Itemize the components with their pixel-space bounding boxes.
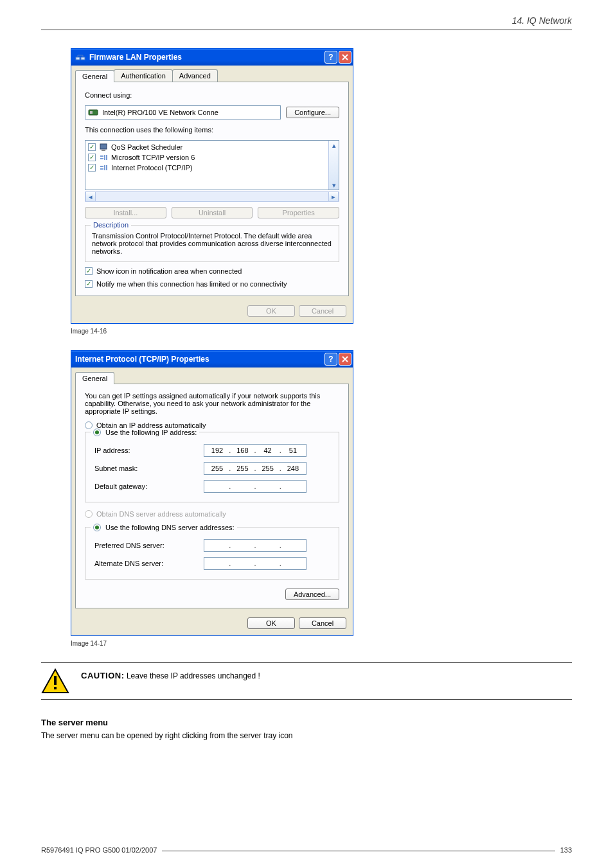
tab-general[interactable]: General: [75, 70, 114, 82]
radio-icon[interactable]: [93, 524, 101, 531]
preferred-dns-label: Preferred DNS server:: [94, 542, 204, 549]
obtain-dns-radio-row: Obtain DNS server address automatically: [85, 510, 339, 518]
ok-button: OK: [247, 305, 295, 317]
show-icon-label: Show icon in notification area when conn…: [96, 267, 242, 275]
adapter-name: Intel(R) PRO/100 VE Network Conne: [102, 109, 218, 116]
svg-rect-8: [54, 687, 57, 689]
scroll-down-icon[interactable]: ▾: [329, 181, 339, 190]
tab-advanced[interactable]: Advanced: [172, 69, 218, 82]
cancel-button[interactable]: Cancel: [299, 617, 346, 629]
ip-octet[interactable]: 255: [208, 465, 226, 472]
tcp-titlebar: Internet Protocol (TCP/IP) Properties ?: [71, 351, 353, 368]
use-dns-groupbox: Use the following DNS server addresses: …: [85, 527, 339, 580]
tcp-tabs: General: [71, 368, 353, 384]
connect-using-label: Connect using:: [85, 91, 339, 99]
use-ip-label: Use the following IP address:: [105, 429, 197, 436]
server-menu-heading: The server menu: [41, 718, 572, 727]
close-button[interactable]: [339, 51, 351, 64]
subnet-mask-input[interactable]: 255. 255. 255. 248: [204, 462, 306, 475]
caution-box: CAUTION: Leave these IP addresses unchan…: [41, 662, 572, 700]
scroll-right-icon[interactable]: ▸: [328, 192, 339, 201]
tab-general[interactable]: General: [75, 372, 114, 384]
lan-title-text: Firmware LAN Properties: [89, 53, 323, 62]
header-rule: [41, 30, 572, 30]
tcp-intro-text: You can get IP settings assigned automat…: [85, 392, 339, 415]
ip-octet[interactable]: 248: [284, 465, 302, 472]
lan-tabs: General Authentication Advanced: [71, 66, 353, 82]
description-legend: Description: [91, 221, 131, 229]
list-item[interactable]: ✓ Microsoft TCP/IP version 6: [87, 152, 337, 163]
checkbox-icon[interactable]: ✓: [88, 154, 96, 161]
tab-authentication[interactable]: Authentication: [114, 69, 173, 82]
ip-octet[interactable]: 42: [259, 447, 277, 454]
help-button[interactable]: ?: [324, 353, 337, 366]
lan-properties-dialog: Firmware LAN Properties ? General Authen…: [71, 48, 353, 324]
help-button[interactable]: ?: [324, 51, 337, 64]
tcp-title-text: Internet Protocol (TCP/IP) Properties: [75, 355, 323, 364]
checkbox-icon[interactable]: ✓: [88, 143, 96, 151]
vertical-scrollbar[interactable]: ▴ ▾: [328, 141, 339, 190]
svg-rect-7: [54, 676, 57, 685]
svg-rect-5: [102, 150, 105, 151]
scroll-left-icon[interactable]: ◂: [85, 192, 96, 201]
list-item-label: Internet Protocol (TCP/IP): [111, 164, 193, 172]
page-header: 14. IQ Network: [0, 0, 613, 30]
alternate-dns-input[interactable]: . . .: [204, 557, 306, 570]
obtain-dns-label: Obtain DNS server address automatically: [96, 510, 226, 518]
ip-octet[interactable]: 192: [208, 447, 226, 454]
advanced-button[interactable]: Advanced...: [285, 589, 339, 600]
ip-octet[interactable]: 255: [233, 465, 251, 472]
description-groupbox: Description Transmission Control Protoco…: [85, 225, 339, 262]
image-caption-lan: Image 14-16: [71, 328, 613, 335]
list-item[interactable]: ✓ Internet Protocol (TCP/IP): [87, 163, 337, 173]
default-gateway-label: Default gateway:: [94, 483, 204, 490]
ok-button[interactable]: OK: [247, 617, 295, 629]
notify-checkbox-row[interactable]: ✓ Notify me when this connection has lim…: [85, 280, 339, 288]
checkbox-icon[interactable]: ✓: [85, 267, 93, 275]
configure-button[interactable]: Configure...: [286, 107, 339, 118]
radio-icon: [85, 510, 93, 518]
properties-button: Properties: [258, 207, 339, 218]
install-button: Install...: [85, 207, 166, 218]
footer-rule: [162, 851, 555, 851]
uninstall-button: Uninstall: [172, 207, 253, 218]
connection-items-list[interactable]: ✓ QoS Packet Scheduler ✓ Microsoft TCP/I…: [85, 140, 339, 190]
close-button[interactable]: [339, 353, 351, 366]
use-ip-groupbox: Use the following IP address: IP address…: [85, 432, 339, 502]
scroll-up-icon[interactable]: ▴: [329, 141, 339, 150]
list-item-label: Microsoft TCP/IP version 6: [111, 154, 195, 161]
lan-titlebar: Firmware LAN Properties ?: [71, 49, 353, 66]
list-item[interactable]: ✓ QoS Packet Scheduler: [87, 142, 337, 152]
ip-octet[interactable]: 255: [259, 465, 277, 472]
checkbox-icon[interactable]: ✓: [88, 164, 96, 172]
subnet-mask-label: Subnet mask:: [94, 465, 204, 472]
preferred-dns-input[interactable]: . . .: [204, 539, 306, 552]
description-text: Transmission Control Protocol/Internet P…: [92, 232, 332, 255]
show-icon-checkbox-row[interactable]: ✓ Show icon in notification area when co…: [85, 267, 339, 275]
protocol-icon: [99, 163, 108, 172]
default-gateway-input[interactable]: . . .: [204, 480, 306, 493]
svg-rect-4: [100, 144, 107, 149]
footer-doc-id: R5976491 IQ PRO G500 01/02/2007: [41, 846, 157, 854]
svg-rect-1: [81, 57, 85, 60]
radio-icon[interactable]: [93, 429, 101, 436]
horizontal-scrollbar[interactable]: ◂ ▸: [85, 191, 339, 202]
tcpip-properties-dialog: Internet Protocol (TCP/IP) Properties ? …: [71, 350, 353, 636]
notify-label: Notify me when this connection has limit…: [96, 280, 287, 288]
warning-icon: [41, 668, 69, 694]
ip-address-input[interactable]: 192. 168. 42. 51: [204, 444, 306, 457]
alternate-dns-label: Alternate DNS server:: [94, 560, 204, 567]
page-footer: R5976491 IQ PRO G500 01/02/2007 133: [41, 846, 572, 854]
footer-page-number: 133: [560, 846, 572, 854]
cancel-button: Cancel: [299, 305, 346, 317]
network-connection-icon: [75, 52, 85, 62]
tcp-tab-panel: You can get IP settings assigned automat…: [75, 384, 349, 608]
checkbox-icon[interactable]: ✓: [85, 280, 93, 288]
connection-items-label: This connection uses the following items…: [85, 126, 339, 134]
protocol-icon: [99, 153, 108, 162]
caution-text: Leave these IP addresses unchanged !: [127, 671, 260, 680]
ip-octet[interactable]: 168: [233, 447, 251, 454]
ip-octet[interactable]: 51: [284, 447, 302, 454]
adapter-field[interactable]: Intel(R) PRO/100 VE Network Conne: [85, 105, 281, 120]
list-item-label: QoS Packet Scheduler: [111, 143, 182, 151]
